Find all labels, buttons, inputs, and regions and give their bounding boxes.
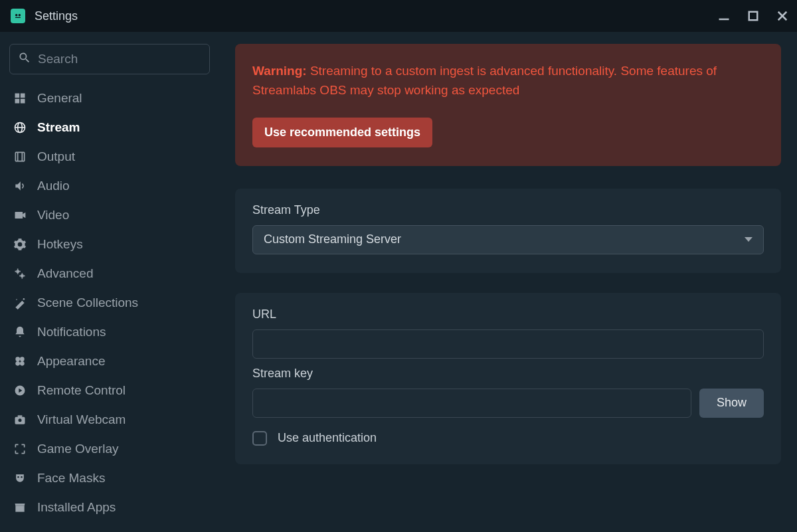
server-panel: URL Stream key Show Use authentication xyxy=(235,293,781,464)
svg-rect-4 xyxy=(749,12,758,21)
nav-item-hotkeys[interactable]: Hotkeys xyxy=(9,230,210,259)
nav-label: Installed Apps xyxy=(37,500,116,515)
svg-rect-9 xyxy=(15,99,20,104)
svg-rect-14 xyxy=(15,152,24,161)
appearance-icon xyxy=(12,353,28,369)
warning-panel: Warning: Streaming to a custom ingest is… xyxy=(235,44,781,166)
nav-label: Notifications xyxy=(37,325,106,339)
close-button[interactable] xyxy=(776,9,789,23)
nav-item-audio[interactable]: Audio xyxy=(9,171,210,201)
stream-type-panel: Stream Type Custom Streaming Server xyxy=(235,189,781,273)
play-circle-icon xyxy=(12,383,28,399)
chevron-down-icon xyxy=(745,237,753,242)
url-input[interactable] xyxy=(252,329,764,359)
gears-icon xyxy=(12,266,28,282)
svg-rect-7 xyxy=(15,94,20,98)
app-icon xyxy=(11,9,25,23)
film-icon xyxy=(12,149,28,165)
titlebar: Settings xyxy=(0,0,797,32)
nav-item-notifications[interactable]: Notifications xyxy=(9,317,210,347)
search-icon xyxy=(18,51,38,67)
window-controls xyxy=(717,9,789,23)
content: Warning: Streaming to a custom ingest is… xyxy=(219,32,797,532)
use-authentication-label: Use authentication xyxy=(278,431,377,445)
stream-key-input[interactable] xyxy=(252,389,691,418)
nav-item-stream[interactable]: Stream xyxy=(9,113,210,142)
stream-type-value: Custom Streaming Server xyxy=(264,232,401,246)
nav-label: Remote Control xyxy=(37,383,126,398)
bell-icon xyxy=(12,324,28,340)
nav-label: Scene Collections xyxy=(37,296,138,310)
wand-icon xyxy=(12,295,28,311)
svg-point-19 xyxy=(21,274,24,278)
volume-icon xyxy=(12,178,28,194)
window-title: Settings xyxy=(35,9,78,23)
stream-key-label: Stream key xyxy=(252,367,764,381)
camera-icon xyxy=(12,412,28,428)
sidebar: General Stream Output Audio Video Hotkey… xyxy=(0,32,219,532)
svg-point-18 xyxy=(16,270,19,273)
svg-point-28 xyxy=(19,418,22,422)
svg-rect-10 xyxy=(21,99,25,104)
svg-rect-2 xyxy=(15,17,21,18)
nav-item-remote-control[interactable]: Remote Control xyxy=(9,376,210,405)
nav-item-installed-apps[interactable]: Installed Apps xyxy=(9,493,210,522)
settings-nav: General Stream Output Audio Video Hotkey… xyxy=(9,84,210,522)
maximize-button[interactable] xyxy=(747,9,760,23)
store-icon xyxy=(12,499,28,515)
url-label: URL xyxy=(252,308,764,321)
svg-rect-8 xyxy=(21,94,25,98)
svg-point-23 xyxy=(20,357,25,361)
nav-label: Video xyxy=(37,208,69,222)
expand-icon xyxy=(12,441,28,457)
svg-rect-17 xyxy=(15,212,23,219)
warning-message: Streaming to a custom ingest is advanced… xyxy=(252,64,717,97)
stream-type-label: Stream Type xyxy=(252,203,764,217)
svg-point-20 xyxy=(23,298,25,300)
mask-icon xyxy=(12,470,28,486)
nav-label: General xyxy=(37,91,82,106)
svg-point-21 xyxy=(16,299,17,300)
svg-point-1 xyxy=(19,14,21,17)
svg-rect-29 xyxy=(18,415,23,417)
nav-label: Appearance xyxy=(37,354,105,369)
nav-item-advanced[interactable]: Advanced xyxy=(9,259,210,288)
nav-label: Stream xyxy=(37,120,80,135)
search-field[interactable] xyxy=(9,44,210,74)
minimize-button[interactable] xyxy=(717,9,731,23)
nav-item-game-overlay[interactable]: Game Overlay xyxy=(9,434,210,464)
svg-point-24 xyxy=(15,361,20,366)
grid-icon xyxy=(12,90,28,106)
nav-label: Advanced xyxy=(37,266,94,281)
use-authentication-checkbox[interactable] xyxy=(252,431,267,446)
search-input[interactable] xyxy=(38,52,201,66)
use-recommended-settings-button[interactable]: Use recommended settings xyxy=(252,118,432,147)
nav-item-video[interactable]: Video xyxy=(9,201,210,230)
svg-point-31 xyxy=(21,476,23,478)
nav-label: Face Masks xyxy=(37,471,105,486)
nav-label: Output xyxy=(37,149,75,164)
svg-point-30 xyxy=(17,476,19,478)
nav-label: Audio xyxy=(37,179,70,193)
globe-icon xyxy=(12,120,28,135)
warning-prefix: Warning: xyxy=(252,64,307,78)
warning-text: Warning: Streaming to a custom ingest is… xyxy=(252,61,764,100)
nav-label: Game Overlay xyxy=(37,442,118,456)
svg-point-22 xyxy=(15,357,20,361)
video-icon xyxy=(12,207,28,223)
svg-point-25 xyxy=(20,361,25,366)
stream-type-select[interactable]: Custom Streaming Server xyxy=(252,225,764,254)
nav-item-appearance[interactable]: Appearance xyxy=(9,347,210,376)
nav-item-scene-collections[interactable]: Scene Collections xyxy=(9,288,210,317)
nav-item-virtual-webcam[interactable]: Virtual Webcam xyxy=(9,405,210,434)
svg-point-0 xyxy=(15,14,18,17)
show-stream-key-button[interactable]: Show xyxy=(699,389,764,418)
gear-icon xyxy=(12,236,28,252)
nav-label: Virtual Webcam xyxy=(37,412,126,427)
nav-item-face-masks[interactable]: Face Masks xyxy=(9,464,210,493)
nav-label: Hotkeys xyxy=(37,237,83,252)
nav-item-general[interactable]: General xyxy=(9,84,210,113)
nav-item-output[interactable]: Output xyxy=(9,142,210,171)
